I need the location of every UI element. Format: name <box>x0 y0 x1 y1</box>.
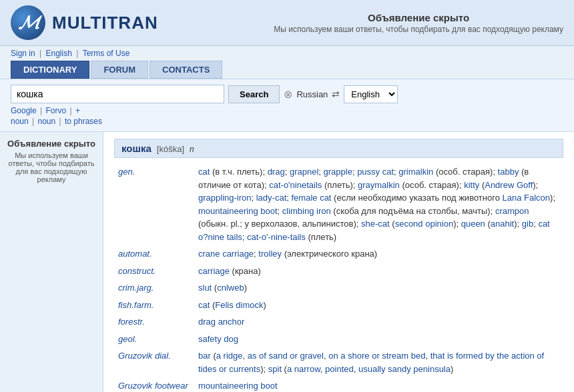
translation-word[interactable]: gib <box>522 219 533 229</box>
search-button[interactable]: Search <box>228 85 280 103</box>
translation-word[interactable]: a narrow <box>287 364 320 374</box>
translation-cell: drag anchor <box>194 313 563 331</box>
content: кошка [kóška] n gen.cat (в т.ч. плеть); … <box>103 132 574 392</box>
translation-word[interactable]: carriage <box>198 266 230 276</box>
translation-word[interactable]: pussy cat <box>357 167 394 177</box>
noun-link-2[interactable]: noun <box>38 117 56 126</box>
translation-word[interactable]: Lana Falcon <box>503 193 551 203</box>
translation-word[interactable]: bar <box>198 351 211 361</box>
google-link[interactable]: Google <box>11 106 37 115</box>
translation-word[interactable]: Felis dimock <box>215 300 263 310</box>
table-row: geol.safety dog <box>114 331 563 348</box>
nav-sep-1: | <box>39 49 43 58</box>
word-main: кошка <box>121 143 152 154</box>
translation-word[interactable]: second opinion <box>395 219 453 229</box>
logo-text: MULTITRAN <box>52 13 158 33</box>
translation-cell: cat (в т.ч. плеть); drag; grapnel; grapp… <box>194 163 563 245</box>
domain-link[interactable]: fish.farm. <box>118 300 154 310</box>
noun-link-1[interactable]: noun <box>11 117 29 126</box>
table-row: forestr.drag anchor <box>114 313 563 331</box>
lang-to-select[interactable]: English French German Spanish <box>344 85 398 103</box>
plus-link[interactable]: + <box>75 106 80 115</box>
domain-link[interactable]: gen. <box>118 167 135 177</box>
translation-word[interactable]: mountaineering boot <box>198 381 278 391</box>
translation-word[interactable]: grapnel <box>290 167 318 177</box>
wf-sep-1: | <box>32 117 36 126</box>
wf-sep-2: | <box>59 117 63 126</box>
translation-word[interactable]: a ridge <box>216 351 243 361</box>
domain-link[interactable]: crim.jarg. <box>118 283 154 293</box>
domain-link[interactable]: automat. <box>118 249 152 259</box>
nav-buttons: DICTIONARY FORUM CONTACTS <box>11 61 563 79</box>
forvo-link[interactable]: Forvo <box>46 106 67 115</box>
domain-link[interactable]: geol. <box>118 334 137 344</box>
clear-icon[interactable]: ⊗ <box>284 88 292 101</box>
translation-word[interactable]: usually sandy peninsula <box>358 364 451 374</box>
extra-sep-2: | <box>70 106 74 115</box>
translation-word[interactable]: drag anchor <box>198 317 244 327</box>
nav-btn-contacts[interactable]: CONTACTS <box>150 61 222 79</box>
nav-btn-forum[interactable]: FORUM <box>91 61 148 79</box>
translation-cell: safety dog <box>194 331 563 348</box>
translation-word[interactable]: grappling-iron <box>198 193 252 203</box>
domain-link[interactable]: Gruzovik dial. <box>118 351 171 361</box>
translation-word[interactable]: crampon <box>495 206 529 216</box>
domain-link[interactable]: construct. <box>118 266 156 276</box>
header-ad-title: Объявление скрыто <box>274 12 563 23</box>
translation-word[interactable]: lady-cat <box>256 193 287 203</box>
translation-table: gen.cat (в т.ч. плеть); drag; grapnel; g… <box>114 163 563 392</box>
to-phrases-link[interactable]: to phrases <box>65 117 102 126</box>
swap-icon[interactable]: ⇄ <box>332 89 340 99</box>
main-layout: Объявление скрыто Мы используем ваши отв… <box>0 132 574 392</box>
translation-tbody: gen.cat (в т.ч. плеть); drag; grapnel; g… <box>114 163 563 392</box>
table-row: fish.farm.cat (Felis dimock) <box>114 297 563 314</box>
search-input[interactable] <box>11 85 224 103</box>
translation-word[interactable]: drag <box>268 167 285 177</box>
domain-link[interactable]: Gruzovik footwear <box>118 381 188 391</box>
word-forms: noun | noun | to phrases <box>11 117 563 126</box>
translation-word[interactable]: Andrew Goff <box>485 180 533 190</box>
translation-word[interactable]: mountaineering boot <box>198 206 278 216</box>
header: 𝓜 MULTITRAN Объявление скрыто Мы использ… <box>0 0 574 46</box>
search-row: Search ⊗ Russian ⇄ English French German… <box>11 85 563 103</box>
domain-cell: forestr. <box>114 313 194 331</box>
translation-cell: bar (a ridge, as of sand or gravel, on a… <box>194 347 563 377</box>
translation-word[interactable]: spit <box>268 364 282 374</box>
table-row: Gruzovik footwearmountaineering boot <box>114 377 563 392</box>
translation-cell: cat (Felis dimock) <box>194 297 563 314</box>
domain-link[interactable]: forestr. <box>118 317 145 327</box>
translation-word[interactable]: slut <box>198 283 212 293</box>
nav-links: Sign in | English | Terms of Use <box>11 49 563 58</box>
translation-word[interactable]: female cat <box>292 193 332 203</box>
translation-word[interactable]: graymalkin <box>358 180 400 190</box>
domain-cell: crim.jarg. <box>114 279 194 297</box>
logo-letter: 𝓜 <box>19 12 38 34</box>
translation-word[interactable]: crane carriage <box>198 249 254 259</box>
domain-cell: Gruzovik footwear <box>114 377 194 392</box>
translation-word[interactable]: grimalkin <box>398 167 433 177</box>
translation-word[interactable]: climbing iron <box>282 206 331 216</box>
translation-cell: mountaineering boot <box>194 377 563 392</box>
translation-word[interactable]: trolley <box>258 249 282 259</box>
nav-btn-dictionary[interactable]: DICTIONARY <box>11 61 89 79</box>
translation-word[interactable]: kitty <box>464 180 479 190</box>
terms-link[interactable]: Terms of Use <box>83 49 130 58</box>
translation-word[interactable]: cat-o'-nine-tails <box>247 232 306 242</box>
translation-word[interactable]: cnlweb <box>217 283 244 293</box>
translation-word[interactable]: safety dog <box>198 334 238 344</box>
translation-word[interactable]: on a shore or stream bed <box>328 351 425 361</box>
translation-word[interactable]: cat-o'ninetails <box>269 180 322 190</box>
table-row: crim.jarg.slut (cnlweb) <box>114 279 563 297</box>
english-link[interactable]: English <box>46 49 72 58</box>
translation-word[interactable]: she-cat <box>361 219 390 229</box>
signin-link[interactable]: Sign in <box>11 49 35 58</box>
logo-area: 𝓜 MULTITRAN <box>11 5 158 40</box>
translation-word[interactable]: as of sand or gravel <box>248 351 324 361</box>
translation-word[interactable]: tabby <box>498 167 519 177</box>
translation-word[interactable]: queen <box>461 219 485 229</box>
translation-word[interactable]: pointed <box>325 364 354 374</box>
translation-word[interactable]: cat <box>198 167 210 177</box>
translation-word[interactable]: grapple <box>324 167 352 177</box>
translation-word[interactable]: cat <box>198 300 210 310</box>
translation-word[interactable]: anahit <box>491 219 514 229</box>
